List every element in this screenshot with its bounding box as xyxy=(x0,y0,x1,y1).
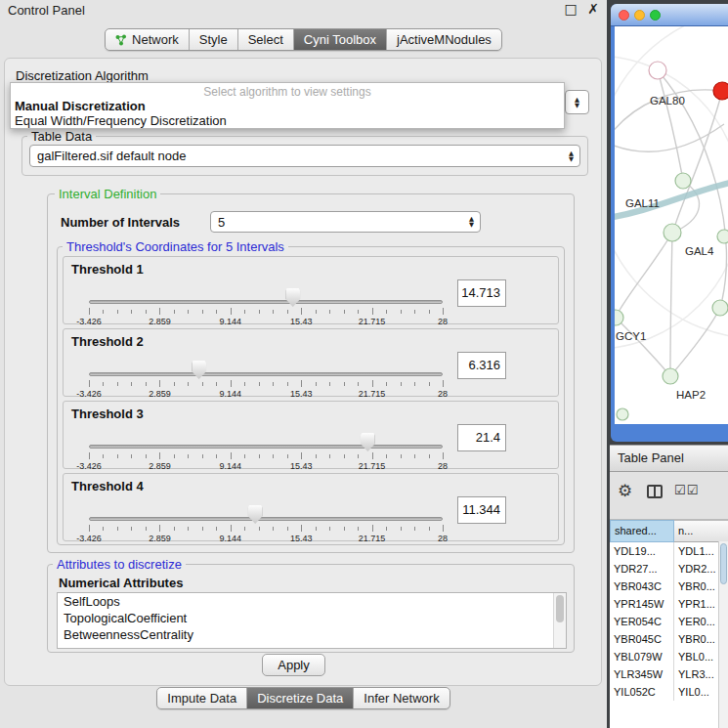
tick-label: 15.43 xyxy=(290,317,313,326)
top-tab-cyni-toolbox[interactable]: Cyni Toolbox xyxy=(293,29,386,50)
network-node[interactable] xyxy=(663,368,678,384)
table-row[interactable]: YBL079WYBL0... xyxy=(610,648,728,665)
network-node[interactable] xyxy=(712,300,728,316)
top-tab-style[interactable]: Style xyxy=(189,29,237,50)
table-row[interactable]: YIL052CYIL0... xyxy=(610,683,728,701)
combobox-value: 5 xyxy=(211,215,465,230)
algorithm-combobox[interactable]: ▲▼ xyxy=(565,90,589,114)
table-row[interactable]: YBR043CYBR0... xyxy=(610,578,728,595)
network-window-titlebar[interactable] xyxy=(611,4,728,26)
bottom-tab-bar: Impute DataDiscretize DataInfer Network xyxy=(0,687,607,709)
slider-tick-labels: -3.4262.8599.14415.4321.71528 xyxy=(89,534,443,543)
table-data-label: Table Data xyxy=(27,129,96,144)
table-scrollbar[interactable] xyxy=(718,541,728,728)
slider-thumb[interactable] xyxy=(285,288,300,307)
table-row[interactable]: YER054CYER0... xyxy=(610,613,728,630)
columns-icon[interactable] xyxy=(647,485,663,498)
control-panel: Control Panel □ ✗ NetworkStyleSelectCyni… xyxy=(0,0,607,728)
tick-label: -3.426 xyxy=(76,461,102,471)
thresholds-group-title: Threshold's Coordinates for 5 Intervals xyxy=(63,239,288,254)
close-icon[interactable]: ✗ xyxy=(587,1,599,17)
slider-tick-labels: -3.4262.8599.14415.4321.71528 xyxy=(89,461,443,471)
slider-track[interactable] xyxy=(89,517,443,521)
slider-thumb[interactable] xyxy=(361,433,375,451)
tab-label: Style xyxy=(199,32,228,47)
tick-label: -3.426 xyxy=(76,534,102,543)
cell-shared-name: YLR345W xyxy=(610,665,674,683)
dropdown-option-manual[interactable]: Manual Discretization xyxy=(11,99,564,113)
bottom-tab-discretize-data[interactable]: Discretize Data xyxy=(246,688,353,708)
tick-label: -3.426 xyxy=(76,317,102,326)
slider-tick-labels: -3.4262.8599.14415.4321.71528 xyxy=(89,389,443,399)
gear-icon[interactable]: ⚙ xyxy=(618,481,632,500)
bottom-tab-impute-data[interactable]: Impute Data xyxy=(157,688,246,708)
column-header-name[interactable]: n... xyxy=(674,520,728,542)
threshold-value-field[interactable]: 21.4 xyxy=(457,424,506,451)
network-node[interactable] xyxy=(615,310,623,325)
scrollbar-thumb[interactable] xyxy=(556,595,564,622)
minimize-traffic-light-icon[interactable] xyxy=(634,10,645,21)
table-data-combobox[interactable]: galFiltered.sif default node ▲▼ xyxy=(29,145,580,167)
slider-track[interactable] xyxy=(89,445,443,449)
cell-shared-name: YBR045C xyxy=(610,630,674,648)
top-tab-jactivemnodules[interactable]: jActiveMNodules xyxy=(386,29,501,50)
bottom-tab-infer-network[interactable]: Infer Network xyxy=(353,688,449,708)
table-row[interactable]: YPR145WYPR1... xyxy=(610,595,728,613)
tick-label: 28 xyxy=(438,461,448,471)
tab-label: Network xyxy=(132,32,179,47)
right-panel: GAL80GAL11GAL4GCY1HAP2 Table Panel ⚙ ☑☑ … xyxy=(607,0,728,728)
network-node[interactable] xyxy=(617,408,628,420)
top-tab-network[interactable]: Network xyxy=(106,29,189,50)
attribute-list-item[interactable]: BetweennessCentrality xyxy=(58,626,566,643)
column-header-shared-name[interactable]: shared... xyxy=(610,520,674,542)
table-row[interactable]: YDR27...YDR2... xyxy=(610,560,728,578)
attribute-list-item[interactable]: TopologicalCoefficient xyxy=(58,610,566,626)
float-icon[interactable]: □ xyxy=(565,1,578,17)
scrollbar-thumb[interactable] xyxy=(720,543,727,584)
dropdown-option-equal-width[interactable]: Equal Width/Frequency Discretization xyxy=(11,113,564,128)
slider-ticks xyxy=(89,525,443,533)
algorithm-dropdown: Select algorithm to view settings Manual… xyxy=(10,82,565,129)
tick-label: 2.859 xyxy=(149,534,171,543)
slider-thumb[interactable] xyxy=(192,361,206,379)
slider-thumb[interactable] xyxy=(248,505,263,524)
table-row[interactable]: YLR345WYLR3... xyxy=(610,665,728,683)
network-edge xyxy=(616,318,665,370)
threshold-value-field[interactable]: 14.713 xyxy=(457,279,506,307)
network-node[interactable] xyxy=(717,230,728,243)
node-label: GAL80 xyxy=(650,95,685,107)
attribute-list-item[interactable]: SelfLoops xyxy=(58,593,566,610)
attributes-scrollbar[interactable] xyxy=(553,593,566,648)
tick-label: 15.43 xyxy=(290,461,313,471)
slider-track[interactable] xyxy=(89,300,443,304)
apply-button[interactable]: Apply xyxy=(262,654,325,676)
zoom-traffic-light-icon[interactable] xyxy=(650,10,661,21)
tick-label: 9.144 xyxy=(220,389,242,399)
close-traffic-light-icon[interactable] xyxy=(619,10,629,21)
tick-label: 21.715 xyxy=(359,389,386,399)
network-node[interactable] xyxy=(664,224,681,241)
numerical-attributes-label: Numerical Attributes xyxy=(59,576,183,590)
slider-track[interactable] xyxy=(89,372,443,376)
network-node-selected[interactable] xyxy=(713,82,728,100)
select-rows-icon[interactable]: ☑☑ xyxy=(674,483,699,497)
network-node[interactable] xyxy=(675,173,691,189)
combobox-stepper-icon: ▲▼ xyxy=(465,216,480,228)
top-tab-select[interactable]: Select xyxy=(237,29,293,50)
threshold-value-field[interactable]: 6.316 xyxy=(457,352,506,379)
tick-label: 28 xyxy=(438,317,448,326)
network-canvas[interactable]: GAL80GAL11GAL4GCY1HAP2 xyxy=(615,26,728,424)
app-root: Control Panel □ ✗ NetworkStyleSelectCyni… xyxy=(0,0,728,728)
number-of-intervals-combobox[interactable]: 5 ▲▼ xyxy=(210,211,481,233)
table-panel-header: Table Panel xyxy=(610,445,728,472)
network-node[interactable] xyxy=(649,62,666,79)
threshold-label: Threshold 2 xyxy=(71,334,144,349)
table-row[interactable]: YDL19...YDL1... xyxy=(610,542,728,560)
node-label: HAP2 xyxy=(676,389,706,401)
threshold-label: Threshold 4 xyxy=(71,479,144,493)
node-label: GAL4 xyxy=(685,245,714,257)
cell-shared-name: YIL052C xyxy=(610,683,674,701)
table-row[interactable]: YBR045CYBR0... xyxy=(610,630,728,648)
threshold-value-field[interactable]: 11.344 xyxy=(457,496,506,524)
tick-label: 2.859 xyxy=(149,461,171,471)
